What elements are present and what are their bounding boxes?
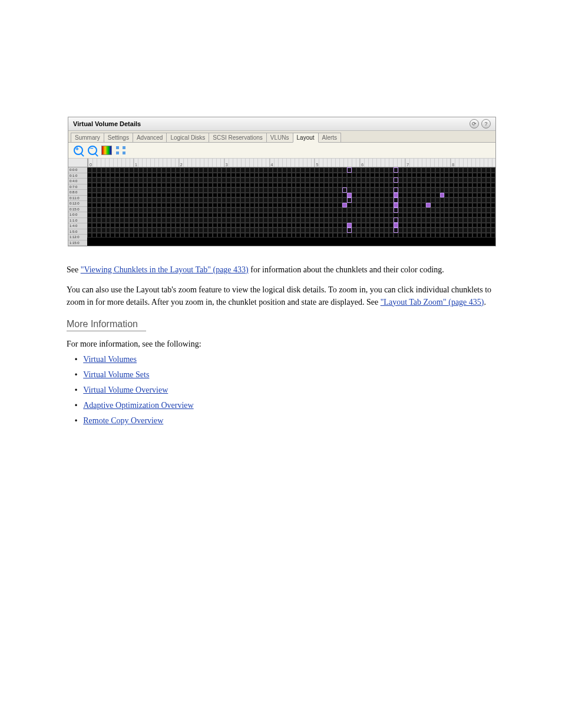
chunklet-cell[interactable] xyxy=(440,203,445,208)
chunklet-cell[interactable] xyxy=(176,187,180,193)
chunklet-cell[interactable] xyxy=(176,218,180,223)
chunklet-cell[interactable] xyxy=(305,187,310,193)
chunklet-cell[interactable] xyxy=(236,177,240,183)
chunklet-cell[interactable] xyxy=(310,213,315,218)
chunklet-cell[interactable] xyxy=(491,203,495,208)
chunklet-cell[interactable] xyxy=(138,213,143,218)
chunklet-cell[interactable] xyxy=(329,187,333,193)
chunklet-cell[interactable] xyxy=(379,183,384,188)
chunklet-cell[interactable] xyxy=(222,167,226,173)
chunklet-cell[interactable] xyxy=(296,193,300,198)
chunklet-cell[interactable] xyxy=(356,203,361,208)
chunklet-cell[interactable] xyxy=(440,173,445,178)
chunklet-cell[interactable] xyxy=(115,203,120,208)
chunklet-cell[interactable] xyxy=(277,223,282,228)
chunklet-cell[interactable] xyxy=(421,233,426,238)
chunklet-cell[interactable] xyxy=(124,183,129,188)
chunklet-cell[interactable] xyxy=(300,187,305,193)
chunklet-cell[interactable] xyxy=(366,197,371,203)
chunklet-cell[interactable] xyxy=(250,173,254,178)
chunklet-cell[interactable] xyxy=(208,167,213,173)
chunklet-cell[interactable] xyxy=(454,183,458,188)
chunklet-cell[interactable] xyxy=(259,213,263,218)
chunklet-cell[interactable] xyxy=(171,218,176,223)
chunklet-cell[interactable] xyxy=(263,223,268,228)
chunklet-cell[interactable] xyxy=(97,207,101,213)
chunklet-cell[interactable] xyxy=(166,207,171,213)
chunklet-cell[interactable] xyxy=(236,233,240,238)
chunklet-cell[interactable] xyxy=(300,167,305,173)
chunklet-cell[interactable] xyxy=(310,177,315,183)
chunklet-cell[interactable] xyxy=(416,167,421,173)
chunklet-cell[interactable] xyxy=(463,167,468,173)
chunklet-cell[interactable] xyxy=(152,228,157,233)
chunklet-cell[interactable] xyxy=(491,213,495,218)
chunklet-cell[interactable] xyxy=(176,183,180,188)
chunklet-cell[interactable] xyxy=(203,218,208,223)
chunklet-cell[interactable] xyxy=(259,173,263,178)
chunklet-cell[interactable] xyxy=(171,177,176,183)
chunklet-cell[interactable] xyxy=(143,228,148,233)
chunklet-cell[interactable] xyxy=(491,187,495,193)
chunklet-cell[interactable] xyxy=(208,197,213,203)
chunklet-cell[interactable] xyxy=(180,223,185,228)
chunklet-cell[interactable] xyxy=(366,183,371,188)
chunklet-cell[interactable] xyxy=(491,207,495,213)
link-layout-tab-zoom[interactable]: "Layout Tab Zoom" (page 435) xyxy=(381,298,484,307)
chunklet-cell[interactable] xyxy=(472,167,477,173)
chunklet-cell[interactable] xyxy=(347,183,352,188)
chunklet-cell[interactable] xyxy=(342,213,347,218)
chunklet-cell[interactable] xyxy=(97,228,101,233)
chunklet-cell[interactable] xyxy=(97,233,101,238)
chunklet-cell[interactable] xyxy=(379,223,384,228)
chunklet-cell[interactable] xyxy=(292,183,296,188)
chunklet-cell[interactable] xyxy=(384,193,389,198)
chunklet-cell[interactable] xyxy=(240,173,245,178)
chunklet-cell[interactable] xyxy=(412,183,416,188)
chunklet-cell[interactable] xyxy=(120,197,124,203)
chunklet-cell[interactable] xyxy=(440,213,445,218)
chunklet-cell[interactable] xyxy=(231,233,236,238)
chunklet-cell[interactable] xyxy=(481,213,486,218)
chunklet-cell[interactable] xyxy=(403,173,408,178)
chunklet-cell[interactable] xyxy=(463,177,468,183)
chunklet-cell[interactable] xyxy=(157,207,161,213)
chunklet-cell[interactable] xyxy=(366,177,371,183)
chunklet-cell[interactable] xyxy=(124,187,129,193)
chunklet-cell[interactable] xyxy=(305,183,310,188)
chunklet-cell[interactable] xyxy=(300,197,305,203)
chunklet-cell[interactable] xyxy=(361,197,366,203)
chunklet-cell[interactable] xyxy=(277,218,282,223)
chunklet-cell[interactable] xyxy=(176,167,180,173)
chunklet-cell[interactable] xyxy=(449,233,454,238)
chunklet-cell[interactable] xyxy=(213,218,217,223)
chunklet-cell[interactable] xyxy=(106,228,111,233)
chunklet-cell[interactable] xyxy=(315,193,319,198)
chunklet-cell[interactable] xyxy=(352,213,356,218)
chunklet-cell[interactable] xyxy=(449,203,454,208)
chunklet-cell[interactable] xyxy=(342,207,347,213)
chunklet-cell[interactable] xyxy=(259,183,263,188)
chunklet-cell[interactable] xyxy=(449,177,454,183)
chunklet-cell[interactable] xyxy=(379,203,384,208)
chunklet-cell[interactable] xyxy=(481,197,486,203)
chunklet-cell[interactable] xyxy=(347,173,352,178)
chunklet-cell[interactable] xyxy=(134,193,138,198)
chunklet-cell[interactable] xyxy=(208,173,213,178)
chunklet-cell[interactable] xyxy=(324,187,329,193)
chunklet-cell[interactable] xyxy=(440,183,445,188)
chunklet-cell[interactable] xyxy=(315,203,319,208)
chunklet-cell[interactable] xyxy=(101,218,106,223)
chunklet-cell[interactable] xyxy=(152,187,157,193)
chunklet-cell[interactable] xyxy=(277,233,282,238)
chunklet-cell[interactable] xyxy=(435,228,440,233)
chunklet-cell[interactable] xyxy=(398,193,403,198)
chunklet-cell[interactable] xyxy=(319,207,324,213)
chunklet-cell[interactable] xyxy=(458,218,463,223)
chunklet-cell[interactable] xyxy=(282,173,287,178)
chunklet-cell[interactable] xyxy=(120,213,124,218)
chunklet-cell[interactable] xyxy=(217,207,222,213)
chunklet-cell[interactable] xyxy=(245,197,250,203)
chunklet-cell[interactable] xyxy=(463,223,468,228)
chunklet-cell[interactable] xyxy=(366,228,371,233)
